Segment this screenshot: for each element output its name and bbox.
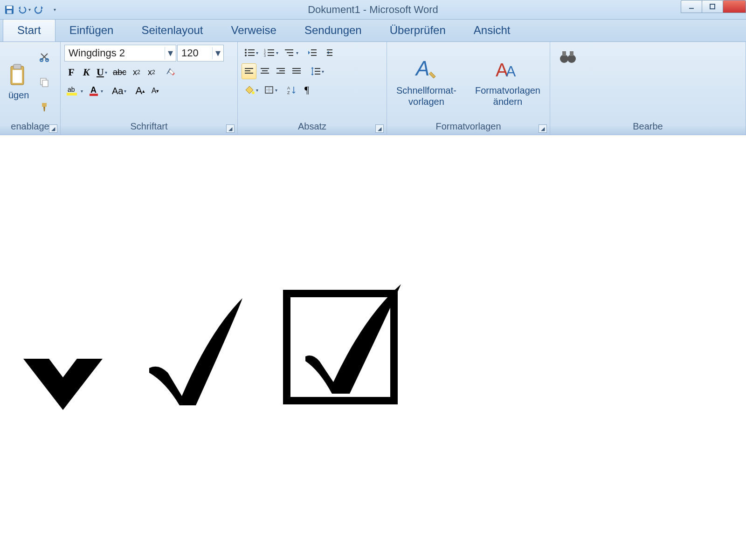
- ribbon-tabs: Start Einfügen Seitenlayout Verweise Sen…: [0, 20, 746, 42]
- superscript-button[interactable]: x2: [145, 64, 159, 80]
- tab-ansicht[interactable]: Ansicht: [460, 19, 525, 41]
- svg-rect-46: [276, 73, 285, 74]
- ribbon: ügen enablage ◢ Wingdings 2: [0, 42, 746, 135]
- clipboard-launcher[interactable]: ◢: [49, 124, 57, 133]
- svg-rect-22: [248, 55, 255, 56]
- paragraph-launcher[interactable]: ◢: [375, 124, 384, 133]
- show-marks-button[interactable]: ¶: [300, 82, 314, 98]
- svg-rect-38: [245, 68, 253, 69]
- styles-group-label: Formatvorlagen: [391, 119, 546, 133]
- tab-sendungen[interactable]: Sendungen: [290, 19, 376, 41]
- align-center-icon: [260, 67, 270, 75]
- decrease-indent-button[interactable]: [305, 45, 320, 61]
- font-family-value: Wingdings 2: [65, 47, 165, 59]
- svg-text:A: A: [506, 63, 516, 80]
- redo-button[interactable]: [33, 3, 46, 16]
- sort-button[interactable]: AZ: [284, 82, 299, 98]
- bullets-button[interactable]: ▾: [242, 45, 261, 61]
- justify-button[interactable]: [289, 63, 304, 79]
- font-color-button[interactable]: A▾: [86, 83, 105, 99]
- highlight-button[interactable]: ab▾: [64, 83, 85, 99]
- tab-ueberpruefen[interactable]: Überprüfen: [376, 19, 460, 41]
- font-launcher[interactable]: ◢: [226, 124, 235, 133]
- align-left-button[interactable]: [242, 63, 256, 79]
- underline-button[interactable]: U▾: [94, 64, 110, 80]
- svg-point-21: [245, 55, 247, 56]
- window-title: Dokument1 - Microsoft Word: [308, 4, 438, 16]
- svg-rect-40: [245, 73, 253, 74]
- change-styles-icon: A A: [495, 57, 521, 83]
- qat-customize[interactable]: ▾: [48, 3, 61, 16]
- svg-rect-29: [285, 49, 293, 50]
- tab-start[interactable]: Start: [3, 19, 55, 41]
- svg-text:A: A: [287, 86, 290, 90]
- align-right-button[interactable]: [273, 63, 288, 79]
- svg-text:A: A: [90, 85, 97, 95]
- format-painter-button[interactable]: [37, 99, 52, 115]
- save-icon[interactable]: [3, 3, 16, 16]
- shrink-font-button[interactable]: A▾: [148, 83, 162, 99]
- find-button[interactable]: [554, 45, 582, 69]
- svg-rect-39: [245, 70, 250, 71]
- group-font: Wingdings 2 ▾ 120 ▾ F K U▾ abc x2 x2 A: [61, 42, 238, 135]
- undo-button[interactable]: ▾: [18, 3, 31, 16]
- italic-button[interactable]: K: [79, 64, 93, 80]
- strikethrough-button[interactable]: abc: [111, 64, 129, 80]
- align-center-button[interactable]: [257, 63, 272, 79]
- increase-indent-button[interactable]: [321, 45, 336, 61]
- font-family-combo[interactable]: Wingdings 2 ▾: [64, 45, 176, 61]
- maximize-button[interactable]: [702, 0, 723, 13]
- check-glyph: [140, 289, 247, 410]
- borders-icon: [264, 85, 274, 95]
- tab-einfuegen[interactable]: Einfügen: [55, 19, 128, 41]
- window-controls: [681, 0, 746, 13]
- svg-text:A: A: [414, 57, 429, 80]
- cut-button[interactable]: [37, 49, 52, 65]
- line-spacing-button[interactable]: ▾: [308, 63, 326, 79]
- font-size-combo[interactable]: 120 ▾: [177, 45, 224, 61]
- svg-rect-36: [327, 52, 332, 53]
- paragraph-group-label: Absatz: [242, 119, 383, 133]
- svg-rect-43: [261, 73, 269, 74]
- minimize-button[interactable]: [681, 0, 702, 13]
- close-button[interactable]: [723, 0, 746, 13]
- quick-access-toolbar: ▾ ▾: [0, 3, 61, 16]
- document-content: [19, 275, 410, 410]
- document-area[interactable]: [0, 135, 746, 560]
- font-size-value: 120: [178, 47, 212, 59]
- tab-verweise[interactable]: Verweise: [217, 19, 290, 41]
- svg-rect-47: [292, 68, 301, 69]
- svg-text:3: 3: [264, 54, 266, 57]
- bold-button[interactable]: F: [64, 64, 78, 80]
- paste-button[interactable]: ügen: [4, 45, 34, 119]
- chevron-down-icon: ▾: [28, 7, 31, 12]
- eraser-icon: A: [165, 67, 176, 78]
- svg-text:ab: ab: [68, 86, 75, 93]
- copy-button[interactable]: [37, 74, 52, 90]
- font-group-label: Schriftart: [64, 119, 234, 133]
- clear-formatting-button[interactable]: A: [163, 64, 179, 80]
- group-clipboard: ügen enablage ◢: [0, 42, 61, 135]
- group-editing: Bearbe: [550, 42, 746, 135]
- heavy-check-glyph: [19, 331, 107, 410]
- outdent-icon: [307, 48, 318, 57]
- grow-font-button[interactable]: A▴: [133, 83, 147, 99]
- change-case-button[interactable]: Aa▾: [110, 83, 129, 99]
- numbering-button[interactable]: 123▾: [262, 45, 281, 61]
- quick-styles-button[interactable]: A Schnellformat- vorlagen: [392, 54, 461, 110]
- borders-button[interactable]: ▾: [262, 82, 280, 98]
- editing-group-label: Bearbe: [554, 119, 742, 133]
- svg-point-53: [252, 91, 255, 94]
- svg-rect-34: [311, 55, 317, 56]
- group-styles: A Schnellformat- vorlagen A A Formatvorl…: [387, 42, 550, 135]
- scissors-icon: [39, 52, 49, 62]
- multilevel-list-button[interactable]: ▾: [282, 45, 301, 61]
- sort-icon: AZ: [286, 85, 297, 95]
- change-styles-button[interactable]: A A Formatvorlagen ändern: [470, 54, 545, 110]
- svg-rect-1: [7, 6, 12, 9]
- shading-button[interactable]: ▾: [242, 82, 261, 98]
- subscript-button[interactable]: x2: [130, 64, 144, 80]
- boxed-check-glyph: [280, 275, 410, 410]
- styles-launcher[interactable]: ◢: [539, 124, 547, 133]
- tab-seitenlayout[interactable]: Seitenlayout: [127, 19, 217, 41]
